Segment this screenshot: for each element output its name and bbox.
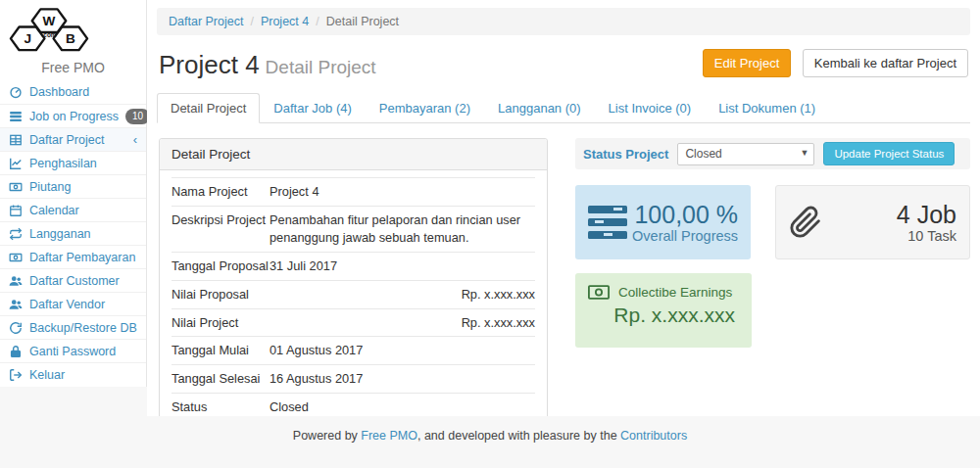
money-icon <box>9 251 23 264</box>
footer-text: , and developed with pleasure by the <box>417 429 620 443</box>
calendar-icon <box>9 204 23 217</box>
status-project-label: Status Project <box>583 147 668 162</box>
progress-value: 100,00 % <box>632 201 738 229</box>
dashboard-icon <box>9 85 23 99</box>
sidebar-item-keluar[interactable]: Keluar <box>0 362 146 386</box>
money-icon <box>9 180 23 194</box>
page-title: Project 4Detail Project <box>159 45 376 81</box>
job-text: 4 Job 10 Task <box>897 201 956 245</box>
sidebar-item-daftar-pembayaran[interactable]: Daftar Pembayaran <box>0 245 146 268</box>
sidebar-item-penghasilan[interactable]: Penghasilan <box>0 151 146 174</box>
page-header: Project 4Detail Project Edit Project Kem… <box>157 35 970 91</box>
contributors-link[interactable]: Contributors <box>620 429 687 443</box>
detail-row-nilai-project: Nilai Project Rp. x.xxx.xxx <box>172 308 535 337</box>
job-count: 4 Job <box>897 201 956 229</box>
paperclip-icon <box>789 205 822 240</box>
money-icon <box>588 285 610 300</box>
breadcrumb: Daftar Project / Project 4 / Detail Proj… <box>157 8 970 35</box>
sidebar-item-calendar[interactable]: Calendar <box>0 198 146 221</box>
back-to-project-list-button[interactable]: Kembali ke daftar Project <box>803 49 968 77</box>
footer: Powered by Free PMO, and developed with … <box>0 416 980 468</box>
tasks-icon <box>9 110 23 123</box>
header-buttons: Edit Project Kembali ke daftar Project <box>703 49 968 77</box>
main-content: Daftar Project / Project 4 / Detail Proj… <box>147 0 980 416</box>
collectible-earnings-card: Collectibe Earnings Rp. x.xxx.xxx <box>575 273 752 348</box>
page-title-text: Project 4 <box>159 50 260 79</box>
logo-letter-w: W <box>43 14 56 28</box>
logo: J W B .com Free PMO <box>0 0 146 80</box>
overall-progress-card: 100,00 % Overall Progress <box>575 185 751 259</box>
detail-row-nama-project: Nama Project Project 4 <box>172 177 535 206</box>
progress-text: 100,00 % Overall Progress <box>632 201 738 245</box>
jwb-logo-icon: J W B .com <box>0 7 98 58</box>
logo-com-text: .com <box>42 31 57 38</box>
tab-content: Detail Project Nama Project Project 4 De… <box>157 123 970 416</box>
earnings-header: Collectibe Earnings <box>588 285 739 300</box>
update-project-status-button[interactable]: Update Project Status <box>823 142 955 165</box>
tab-pembayaran[interactable]: Pembayaran (2) <box>366 93 484 123</box>
sidebar-item-ganti-password[interactable]: Ganti Password <box>0 339 146 362</box>
tab-daftar-job[interactable]: Daftar Job (4) <box>260 93 365 123</box>
sidebar-item-dashboard[interactable]: Dashboard <box>0 80 146 104</box>
detail-row-status: Status Closed <box>172 393 535 416</box>
detail-row-tanggal-mulai: Tanggal Mulai 01 Agustus 2017 <box>172 336 535 364</box>
tab-langganan[interactable]: Langganan (0) <box>484 93 595 123</box>
status-select-wrap: Closed ▼ <box>677 143 814 165</box>
line-chart-icon <box>9 157 23 170</box>
page: J W B .com Free PMO Dashboard Job on Pro… <box>0 0 980 468</box>
sidebar-item-daftar-customer[interactable]: Daftar Customer <box>0 268 146 292</box>
breadcrumb-current: Detail Project <box>326 15 399 28</box>
tab-detail-project[interactable]: Detail Project <box>157 93 260 123</box>
breadcrumb-separator: / <box>316 15 318 28</box>
repeat-icon <box>9 227 23 241</box>
breadcrumb-separator: / <box>250 15 253 28</box>
summary-cards: 100,00 % Overall Progress 4 Job 10 Task <box>575 185 970 259</box>
tab-list-dokumen[interactable]: List Dokumen (1) <box>705 93 829 123</box>
refresh-icon <box>9 321 23 335</box>
detail-row-deskripsi-project: Deskripsi Project Penambahan fitur pelap… <box>172 206 535 252</box>
sidebar-item-langganan[interactable]: Langganan <box>0 221 146 245</box>
logo-letter-b: B <box>66 31 75 46</box>
earnings-value: Rp. x.xxx.xxx <box>588 304 739 327</box>
free-pmo-link[interactable]: Free PMO <box>361 429 417 443</box>
logo-letter-j: J <box>24 31 31 46</box>
users-icon <box>9 274 23 288</box>
sidebar-item-daftar-vendor[interactable]: Daftar Vendor <box>0 292 146 315</box>
job-summary-card: 4 Job 10 Task <box>775 185 970 259</box>
chevron-left-icon: ‹ <box>133 134 137 146</box>
status-project-bar: Status Project Closed ▼ Update Project S… <box>575 138 970 169</box>
sign-out-icon <box>9 368 23 382</box>
breadcrumb-link-daftar-project[interactable]: Daftar Project <box>169 15 243 28</box>
footer-text: Powered by <box>293 429 361 443</box>
detail-row-nilai-proposal: Nilai Proposal Rp. x.xxx.xxx <box>172 280 535 308</box>
tab-bar: Detail Project Daftar Job (4) Pembayaran… <box>157 93 970 123</box>
sidebar-menu: Dashboard Job on Progress 10 Daftar Proj… <box>0 80 146 386</box>
detail-row-tanggal-proposal: Tanggal Proposal 31 Juli 2017 <box>172 252 535 280</box>
sidebar-item-piutang[interactable]: Piutang <box>0 174 146 198</box>
breadcrumb-link-project-4[interactable]: Project 4 <box>261 15 309 28</box>
panel-body: Nama Project Project 4 Deskripsi Project… <box>160 170 547 416</box>
table-icon <box>9 133 23 147</box>
earnings-title: Collectibe Earnings <box>618 285 732 300</box>
progress-label: Overall Progress <box>632 228 738 244</box>
page-subtitle-text: Detail Project <box>266 57 376 77</box>
tasks-icon <box>588 205 627 240</box>
sidebar-item-daftar-project[interactable]: Daftar Project ‹ <box>0 127 146 151</box>
status-project-select[interactable]: Closed <box>677 143 814 165</box>
users-icon <box>9 298 23 311</box>
tab-list-invoice[interactable]: List Invoice (0) <box>595 93 706 123</box>
panel-title: Detail Project <box>160 139 547 170</box>
sidebar: J W B .com Free PMO Dashboard Job on Pro… <box>0 0 147 387</box>
right-column: Status Project Closed ▼ Update Project S… <box>575 138 970 416</box>
edit-project-button[interactable]: Edit Project <box>703 49 791 77</box>
detail-project-panel: Detail Project Nama Project Project 4 De… <box>159 138 548 416</box>
detail-row-tanggal-selesai: Tanggal Selesai 16 Agustus 2017 <box>172 364 535 393</box>
sidebar-item-backup-restore-db[interactable]: Backup/Restore DB <box>0 315 146 339</box>
brand-name: Free PMO <box>0 60 146 75</box>
lock-icon <box>9 345 23 358</box>
sidebar-item-job-on-progress[interactable]: Job on Progress 10 <box>0 104 146 127</box>
task-count: 10 Task <box>897 228 956 244</box>
